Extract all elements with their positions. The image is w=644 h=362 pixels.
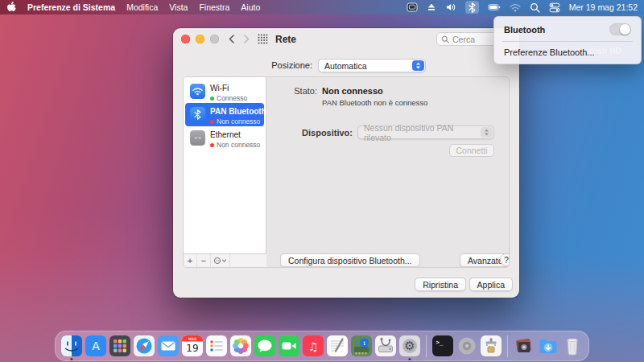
menu-app-name[interactable]: Preferenze di Sistema (27, 2, 115, 12)
battery-icon[interactable] (488, 1, 501, 14)
apply-button[interactable]: Applica (469, 278, 513, 291)
terminal-dock-icon[interactable]: >_ (432, 335, 453, 356)
status-label: Stato: (267, 86, 317, 96)
gray-disc-dock-icon[interactable] (456, 335, 477, 356)
revert-button[interactable]: Ripristina (415, 278, 466, 291)
close-button[interactable] (181, 35, 190, 43)
status-dot-red (210, 143, 214, 147)
status-value: Non connesso (322, 86, 383, 96)
show-all-grid-icon[interactable] (258, 34, 268, 44)
sidebar-item-ethernet[interactable]: ‹··› Ethernet Non connesso (185, 126, 264, 150)
bluetooth-menu-title: Bluetooth (504, 25, 545, 35)
system-information-dock-icon[interactable]: i (351, 335, 372, 356)
device-value: Nessun dispositivo PAN rilevato (364, 123, 477, 142)
trash-dock-icon[interactable] (562, 335, 583, 356)
help-button[interactable]: ? (500, 253, 510, 266)
remove-service-button[interactable]: − (197, 254, 211, 267)
action-menu-button[interactable] (211, 254, 230, 267)
back-button[interactable] (229, 32, 234, 47)
bluetooth-menu-icon[interactable] (465, 1, 479, 14)
svg-text:A: A (92, 339, 100, 352)
wifi-service-icon (190, 84, 205, 99)
spotlight-search-icon[interactable] (530, 1, 540, 14)
bluetooth-preferences-item[interactable]: Preferenze Bluetooth... (497, 44, 638, 60)
wifi-icon[interactable] (510, 1, 521, 14)
status-dot-green (210, 97, 214, 101)
volume-icon[interactable] (445, 1, 456, 14)
status-detail: PAN Bluetooth non è connesso (322, 98, 427, 107)
archive-utility-dock-icon[interactable] (481, 335, 502, 356)
select-chevrons-icon (481, 127, 493, 138)
service-detail-panel: Stato: Non connesso PAN Bluetooth non è … (267, 77, 509, 267)
location-select[interactable]: Automatica (318, 59, 426, 72)
search-icon (441, 35, 449, 43)
window-title: Rete (275, 34, 296, 45)
sidebar-toolbar: + − (184, 253, 266, 267)
menu-vista[interactable]: Vista (169, 2, 188, 12)
recents-stack-dock-icon[interactable] (514, 335, 535, 356)
safari-dock-icon[interactable] (134, 335, 155, 356)
menu-bar: Preferenze di Sistema Modifica Vista Fin… (0, 0, 644, 14)
eject-icon[interactable] (427, 1, 436, 14)
music-dock-icon[interactable]: ♫ (303, 335, 324, 356)
title-bar: Rete Cerca (173, 28, 519, 50)
device-select: Nessun dispositivo PAN rilevato (357, 125, 494, 139)
service-status: Non connesso (217, 118, 260, 126)
menubar-clock[interactable]: Mer 19 mag 21:52 (569, 2, 638, 12)
facetime-dock-icon[interactable] (279, 335, 299, 356)
messages-dock-icon[interactable] (254, 335, 275, 356)
network-content-box: Wi-Fi Connesso PAN Bluetooth Non conness… (183, 76, 510, 268)
svg-text:MAG: MAG (188, 337, 197, 341)
running-indicator (71, 358, 73, 360)
calendar-dock-icon[interactable]: MAG19 (182, 335, 203, 356)
menu-finestra[interactable]: Finestra (199, 2, 229, 12)
zoom-button (210, 35, 219, 43)
services-sidebar: Wi-Fi Connesso PAN Bluetooth Non conness… (184, 77, 266, 253)
add-service-button[interactable]: + (184, 254, 197, 267)
app-store-dock-icon[interactable]: A (85, 335, 106, 356)
finder-dock-icon[interactable] (61, 335, 82, 356)
service-name: Ethernet (210, 130, 241, 139)
sidebar-item-wifi[interactable]: Wi-Fi Connesso (185, 80, 264, 103)
sidebar-item-pan-bluetooth[interactable]: PAN Bluetooth Non connesso (185, 103, 264, 126)
disk-utility-dock-icon[interactable] (375, 335, 396, 356)
location-label: Posizione: (173, 60, 312, 70)
launchpad-dock-icon[interactable] (109, 335, 130, 356)
menu-aiuto[interactable]: Aiuto (241, 2, 260, 12)
reminders-dock-icon[interactable] (206, 335, 227, 356)
status-dot-red (210, 120, 214, 124)
svg-text:⚙: ⚙ (404, 339, 415, 353)
forward-button[interactable] (244, 32, 250, 47)
ethernet-service-icon: ‹··› (190, 130, 205, 146)
dock: A MAG19 ♫ i ⚙ >_ (55, 331, 589, 361)
dock-divider (426, 335, 427, 357)
svg-text:i: i (363, 339, 365, 347)
menu-modifica[interactable]: Modifica (126, 2, 158, 12)
bluetooth-toggle-row: Bluetooth (497, 20, 638, 39)
device-label: Dispositivo: (267, 128, 353, 138)
photos-dock-icon[interactable] (230, 335, 251, 356)
control-center-icon[interactable] (549, 1, 560, 14)
location-value: Automatica (324, 61, 367, 71)
apple-menu-icon[interactable] (6, 1, 16, 14)
bluetooth-service-icon (190, 107, 205, 122)
service-status: Connesso (217, 95, 247, 103)
connect-button: Connetti (449, 144, 494, 157)
textedit-dock-icon[interactable] (327, 335, 348, 356)
configure-bluetooth-button[interactable]: Configura dispositivo Bluetooth... (280, 253, 420, 267)
bluetooth-dropdown-menu: Bluetooth Preferenze Bluetooth... (493, 16, 642, 64)
service-name: Wi-Fi (210, 84, 229, 93)
service-status: Non connesso (217, 142, 260, 150)
toggle-knob (620, 24, 630, 35)
minimize-button[interactable] (196, 35, 204, 43)
svg-text:19: 19 (186, 343, 198, 354)
downloads-folder-dock-icon[interactable] (538, 335, 559, 356)
system-preferences-dock-icon[interactable]: ⚙ (399, 335, 420, 356)
screen-sharing-icon[interactable] (407, 1, 418, 14)
network-preferences-window: Rete Cerca Posizione: Automatica Wi-Fi C… (173, 28, 519, 298)
svg-text:>_: >_ (436, 339, 444, 346)
bluetooth-toggle[interactable] (609, 23, 631, 35)
running-indicator (409, 358, 411, 360)
search-placeholder: Cerca (452, 35, 475, 44)
mail-dock-icon[interactable] (158, 335, 179, 356)
